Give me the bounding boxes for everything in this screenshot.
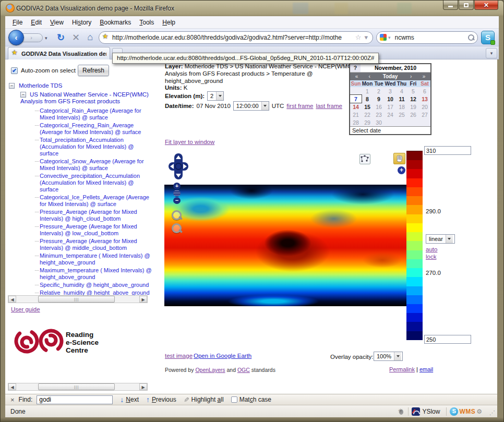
search-bar[interactable]: ▾ bbox=[376, 31, 478, 44]
scale-lock-link[interactable]: lock bbox=[426, 254, 436, 260]
scale-spacing-select[interactable]: linear bbox=[426, 234, 455, 244]
menu-item-history[interactable]: History bbox=[68, 17, 95, 28]
search-input[interactable] bbox=[395, 34, 468, 41]
scroll-left-icon[interactable]: ◀ bbox=[8, 296, 16, 303]
calendar-day[interactable]: 2 bbox=[373, 87, 385, 95]
calendar-day[interactable]: 29 bbox=[362, 118, 373, 126]
zoom-box-out-icon[interactable] bbox=[171, 223, 183, 234]
time-select[interactable]: 12:00:00 bbox=[233, 101, 269, 111]
draw-polygon-button[interactable] bbox=[359, 154, 370, 164]
layer-tree-item[interactable]: Pressure_Average (Average for Mixed Inte… bbox=[35, 238, 154, 251]
scrollbar-thumb[interactable]: ||| bbox=[38, 296, 114, 303]
calendar-day[interactable]: 17 bbox=[385, 103, 396, 111]
layer-tree-item[interactable]: Total_precipitation_Accumulation (Accumu… bbox=[35, 137, 154, 157]
tree-node-root[interactable]: − Motherlode TDS bbox=[9, 82, 63, 89]
calendar-day[interactable]: 19 bbox=[407, 103, 419, 111]
google-earth-link[interactable]: Open in Google Earth bbox=[194, 353, 251, 359]
layer-tree-item[interactable]: Categorical_Snow_Average (Average for Mi… bbox=[35, 158, 154, 172]
tree-service-label[interactable]: US National Weather Service - NCEP(WMC) … bbox=[20, 91, 149, 104]
elevation-select[interactable]: 2 bbox=[207, 91, 224, 101]
zoom-box-in-icon[interactable] bbox=[171, 210, 183, 221]
scale-min-input[interactable] bbox=[424, 335, 471, 344]
layer-tree-item[interactable]: Maximum_temperature ( Mixed Intervals) @… bbox=[35, 267, 154, 281]
layer-tree-item[interactable]: Categorical_Freezing_Rain_Average (Avera… bbox=[35, 122, 154, 136]
calendar-day[interactable]: 23 bbox=[373, 111, 385, 118]
refresh-button[interactable]: Refresh bbox=[78, 65, 109, 76]
scale-auto-link[interactable]: auto bbox=[426, 246, 437, 252]
bookmark-star-icon[interactable]: ☆ bbox=[354, 33, 363, 41]
scale-max-input[interactable] bbox=[424, 146, 471, 155]
wms-label[interactable]: WMS bbox=[459, 408, 475, 415]
match-case-checkbox[interactable]: Match case bbox=[231, 396, 271, 403]
layer-tree-item[interactable]: Categorical_Ice_Pellets_Average (Average… bbox=[35, 194, 154, 208]
pan-hand-button[interactable] bbox=[393, 153, 405, 164]
email-link[interactable]: email bbox=[419, 366, 433, 372]
resize-grip[interactable]: ⋰ bbox=[489, 409, 495, 416]
url-bar[interactable]: ★ ☆ ▾ bbox=[99, 31, 373, 44]
calendar-day[interactable]: 15 bbox=[362, 103, 373, 111]
calendar-day[interactable]: 4 bbox=[396, 87, 407, 95]
layer-tree-item[interactable]: Pressure_Average (Average for Mixed Inte… bbox=[35, 223, 154, 237]
calendar-day[interactable]: 10 bbox=[385, 95, 396, 103]
calendar-day[interactable]: 22 bbox=[362, 111, 373, 118]
maximize-button[interactable] bbox=[459, 1, 474, 10]
calendar-next-month-button[interactable]: › bbox=[404, 74, 417, 79]
stop-button[interactable]: ✕ bbox=[72, 32, 80, 43]
test-image-link[interactable]: test image bbox=[165, 353, 193, 359]
title-bar[interactable]: GODIVA2 Data Visualization demo page - M… bbox=[1, 1, 503, 16]
calendar-prev-month-button[interactable]: ‹ bbox=[363, 74, 376, 79]
pan-down-icon[interactable] bbox=[176, 174, 181, 177]
reload-button[interactable]: ↻ bbox=[57, 32, 65, 43]
url-dropdown-icon[interactable]: ▾ bbox=[363, 33, 369, 41]
last-frame-link[interactable]: last frame bbox=[316, 103, 342, 109]
calendar-day[interactable]: 30 bbox=[373, 118, 385, 126]
calendar-day[interactable]: 6 bbox=[419, 87, 430, 95]
zoom-world-button[interactable] bbox=[173, 190, 181, 197]
yslow-label[interactable]: YSlow bbox=[422, 408, 440, 415]
map-pan-control[interactable] bbox=[169, 153, 188, 179]
back-button[interactable]: ‹ bbox=[8, 30, 24, 45]
history-dropdown-icon[interactable]: ▾ bbox=[45, 35, 47, 41]
skype-extension-button[interactable]: S bbox=[481, 31, 495, 44]
pan-center-icon[interactable] bbox=[175, 163, 182, 170]
calendar-day[interactable]: 9 bbox=[373, 95, 385, 103]
find-next-button[interactable]: ↓ Next bbox=[120, 395, 139, 404]
minimize-button[interactable] bbox=[443, 1, 458, 10]
highlight-all-button[interactable]: ✎ Highlight all bbox=[184, 396, 224, 404]
skype-status-icon[interactable]: S bbox=[450, 407, 458, 416]
calendar-day[interactable]: 14 bbox=[350, 103, 362, 111]
find-close-icon[interactable]: × bbox=[10, 396, 15, 404]
pan-up-icon[interactable] bbox=[176, 155, 181, 159]
scroll-right-icon[interactable]: ▶ bbox=[139, 296, 147, 303]
calendar-day[interactable]: 25 bbox=[396, 111, 407, 118]
home-button[interactable]: ⌂ bbox=[87, 32, 93, 43]
find-input[interactable] bbox=[37, 395, 113, 404]
menu-item-file[interactable]: File bbox=[8, 17, 27, 28]
checkbox-icon[interactable] bbox=[231, 396, 237, 403]
permalink-link[interactable]: Permalink bbox=[389, 366, 415, 372]
fit-layer-link[interactable]: Fit layer to window bbox=[165, 139, 214, 145]
layer-tree-item[interactable]: Pressure_Average (Average for Mixed Inte… bbox=[35, 209, 154, 222]
zoom-in-button[interactable]: + bbox=[173, 183, 181, 189]
calendar-day[interactable]: 24 bbox=[385, 111, 396, 118]
url-input[interactable] bbox=[112, 34, 354, 41]
tree-node-service[interactable]: − US National Weather Service - NCEP(WMC… bbox=[20, 91, 150, 105]
search-engine-dropdown-icon[interactable]: ▾ bbox=[387, 35, 392, 40]
menu-item-tools[interactable]: Tools bbox=[135, 17, 158, 28]
menu-item-view[interactable]: View bbox=[46, 17, 68, 28]
autozoom-checkbox[interactable]: ✔ bbox=[11, 67, 18, 74]
scrollbar-thumb[interactable]: ||| bbox=[38, 383, 114, 390]
layer-tree-item[interactable]: Categorical_Rain_Average (Average for Mi… bbox=[35, 107, 154, 121]
layer-tree-item[interactable]: Convective_precipitation_Accumulation (A… bbox=[35, 173, 154, 193]
tree-horizontal-scrollbar[interactable]: ◀ ||| ▶ bbox=[8, 295, 148, 303]
calendar-help-button[interactable]: ? bbox=[350, 64, 361, 72]
calendar-day[interactable]: 20 bbox=[419, 103, 430, 111]
zoom-out-button[interactable]: − bbox=[173, 197, 181, 204]
calendar-prev-year-button[interactable]: « bbox=[350, 74, 363, 79]
user-guide-link[interactable]: User guide bbox=[11, 306, 40, 312]
scrollbar-track[interactable]: ||| bbox=[16, 296, 139, 303]
firebug-icon[interactable] bbox=[398, 408, 405, 415]
search-icon[interactable] bbox=[468, 34, 474, 41]
calendar-next-year-button[interactable]: » bbox=[417, 74, 430, 79]
yslow-icon[interactable] bbox=[412, 407, 420, 416]
